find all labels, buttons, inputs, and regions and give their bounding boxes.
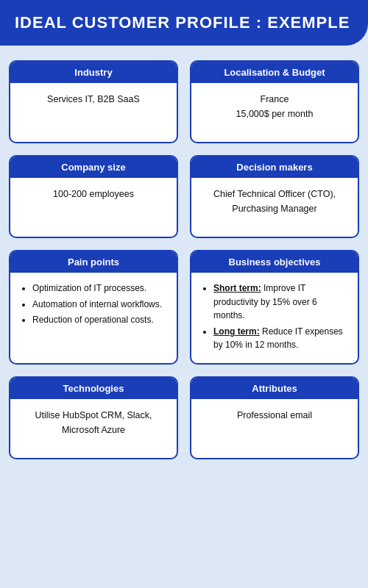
grid-container: IndustryServices IT, B2B SaaSLocalisatio… [0,60,368,474]
card-header-company-size: Company size [10,157,177,178]
header: IDEAL CUSTOMER PROFILE : EXEMPLE [0,0,368,46]
card-header-pain-points: Pain points [10,251,177,273]
card-header-business-objectives: Business objectives [191,251,358,273]
card-industry: IndustryServices IT, B2B SaaS [9,60,178,143]
card-company-size: Company size100-200 employees [9,155,178,238]
page-title: IDEAL CUSTOMER PROFILE : EXEMPLE [15,13,350,32]
card-decision-makers: Decision makersChief Technical Officer (… [190,155,359,238]
list-item: Optimization of IT processes. [32,282,166,295]
card-list: Optimization of IT processes.Automation … [21,282,166,327]
card-header-localisation-budget: Localisation & Budget [191,62,358,83]
card-header-technologies: Technologies [10,378,177,399]
card-technologies: TechnologiesUtilise HubSpot CRM, Slack, … [9,376,178,459]
card-business-objectives: Business objectivesShort term: Improve I… [190,250,359,365]
list-item-prefix: Short term: [213,283,261,293]
card-body-technologies: Utilise HubSpot CRM, Slack, Microsoft Az… [10,399,177,458]
card-body-decision-makers: Chief Technical Officer (CTO), Purchasin… [191,178,358,237]
card-body-pain-points: Optimization of IT processes.Automation … [10,273,177,338]
list-item: Short term: Improve IT productivity by 1… [213,282,347,323]
list-item-prefix: Long term: [213,326,260,337]
card-body-industry: Services IT, B2B SaaS [10,83,177,142]
card-text-line: Services IT, B2B SaaS [21,92,166,107]
card-text-line: France [202,92,347,107]
card-text-line: Chief Technical Officer (CTO), Purchasin… [202,187,347,216]
card-attributes: AttributesProfessional email [190,376,359,459]
card-body-localisation-budget: France15,000$ per month [191,83,358,142]
card-header-decision-makers: Decision makers [191,157,358,178]
card-pain-points: Pain pointsOptimization of IT processes.… [9,250,178,365]
card-text-line: Utilise HubSpot CRM, Slack, Microsoft Az… [21,408,166,437]
card-list-rich: Short term: Improve IT productivity by 1… [202,282,347,352]
list-item: Long term: Reduce IT expenses by 10% in … [213,325,347,352]
card-body-company-size: 100-200 employees [10,178,177,237]
list-item: Reduction of operational costs. [32,313,166,327]
card-localisation-budget: Localisation & BudgetFrance15,000$ per m… [190,60,359,143]
card-header-industry: Industry [10,62,177,83]
list-item: Automation of internal workflows. [32,298,166,312]
card-header-attributes: Attributes [191,378,358,399]
card-body-business-objectives: Short term: Improve IT productivity by 1… [191,273,358,363]
card-text-line: Professional email [202,408,347,423]
card-text-line: 15,000$ per month [202,107,347,121]
card-text-line: 100-200 employees [21,187,166,201]
card-body-attributes: Professional email [191,399,358,458]
